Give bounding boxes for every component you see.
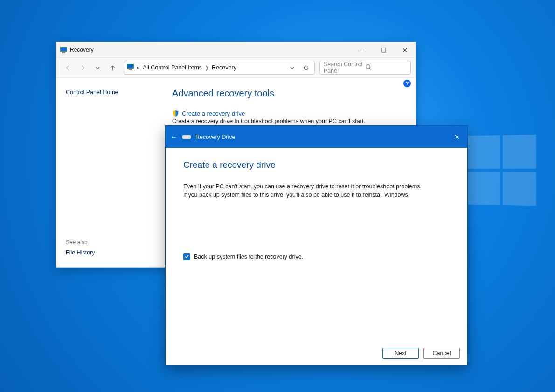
wizard-titlebar[interactable]: ← Recovery Drive bbox=[166, 126, 467, 148]
file-history-link[interactable]: File History bbox=[66, 249, 95, 256]
chevron-right-icon[interactable]: ❯ bbox=[205, 65, 209, 71]
tool-create-recovery-drive: Create a recovery drive Create a recover… bbox=[172, 110, 402, 124]
main-heading: Advanced recovery tools bbox=[172, 88, 402, 99]
checkbox-label: Back up system files to the recovery dri… bbox=[194, 254, 303, 260]
search-input[interactable]: Search Control Panel bbox=[319, 61, 411, 75]
wizard-close-button[interactable] bbox=[446, 126, 467, 148]
recovery-monitor-icon bbox=[127, 64, 134, 71]
search-placeholder: Search Control Panel bbox=[324, 61, 365, 74]
wizard-paragraph: Even if your PC can't start, you can use… bbox=[183, 182, 426, 199]
breadcrumb-prefix: « bbox=[137, 64, 140, 71]
svg-line-11 bbox=[369, 68, 371, 69]
svg-rect-1 bbox=[61, 48, 67, 51]
svg-rect-4 bbox=[382, 48, 386, 52]
svg-rect-2 bbox=[62, 52, 65, 53]
navigation-row: « All Control Panel Items ❯ Recovery Sea… bbox=[56, 57, 416, 78]
address-dropdown-button[interactable] bbox=[286, 62, 298, 73]
cancel-button[interactable]: Cancel bbox=[423, 348, 460, 359]
svg-point-10 bbox=[366, 64, 370, 69]
breadcrumb-current[interactable]: Recovery bbox=[212, 64, 236, 71]
wizard-title: Recovery Drive bbox=[195, 134, 235, 140]
search-icon bbox=[365, 64, 407, 72]
window-title: Recovery bbox=[70, 47, 94, 53]
address-bar[interactable]: « All Control Panel Items ❯ Recovery bbox=[124, 61, 315, 75]
titlebar[interactable]: Recovery bbox=[56, 42, 416, 57]
shield-icon bbox=[172, 110, 179, 117]
tool-description: Create a recovery drive to troubleshoot … bbox=[172, 118, 402, 124]
checkbox[interactable] bbox=[183, 253, 190, 260]
breadcrumb-parent[interactable]: All Control Panel Items bbox=[143, 64, 202, 71]
wizard-heading: Create a recovery drive bbox=[183, 160, 450, 170]
svg-point-14 bbox=[189, 137, 190, 138]
recovery-drive-wizard: ← Recovery Drive Create a recovery drive… bbox=[165, 125, 468, 366]
wizard-back-button[interactable]: ← bbox=[170, 133, 178, 141]
windows-logo bbox=[468, 135, 536, 206]
forward-button[interactable] bbox=[76, 61, 89, 74]
back-button[interactable] bbox=[61, 61, 74, 74]
tool-link[interactable]: Create a recovery drive bbox=[182, 110, 245, 117]
svg-rect-9 bbox=[129, 69, 132, 70]
sidebar: Control Panel Home See also File History bbox=[56, 78, 159, 267]
refresh-button[interactable] bbox=[300, 62, 312, 73]
drive-icon bbox=[182, 134, 191, 140]
maximize-button[interactable] bbox=[373, 42, 394, 57]
backup-checkbox-row[interactable]: Back up system files to the recovery dri… bbox=[183, 253, 450, 260]
see-also-heading: See also bbox=[66, 239, 95, 246]
close-button[interactable] bbox=[394, 42, 416, 57]
up-button[interactable] bbox=[106, 61, 119, 74]
svg-rect-8 bbox=[127, 64, 133, 68]
next-button[interactable]: Next bbox=[382, 348, 419, 359]
help-button[interactable]: ? bbox=[403, 80, 411, 87]
recent-locations-button[interactable] bbox=[91, 61, 104, 74]
minimize-button[interactable] bbox=[351, 42, 373, 57]
control-panel-home-link[interactable]: Control Panel Home bbox=[66, 89, 150, 96]
wizard-footer: Next Cancel bbox=[166, 341, 467, 365]
recovery-monitor-icon bbox=[60, 47, 67, 53]
